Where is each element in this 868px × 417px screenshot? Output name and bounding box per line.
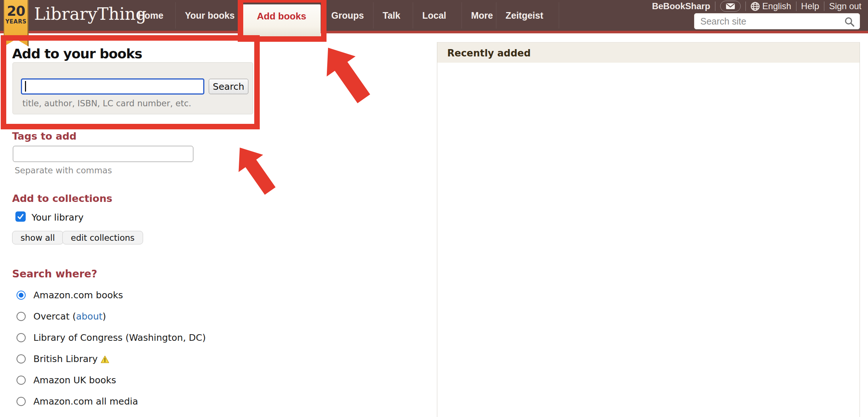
tags-hint-text: Separate with commas bbox=[15, 166, 112, 175]
nav-separator bbox=[175, 2, 176, 29]
ribbon-20-text: 20 bbox=[4, 4, 28, 18]
radio-row-british-library: British Library bbox=[17, 353, 109, 364]
radio-dot bbox=[19, 293, 23, 298]
radio-label-text: British Library bbox=[33, 354, 98, 364]
nav-item-talk[interactable]: Talk bbox=[380, 0, 403, 31]
add-books-search-panel: Search title, author, ISBN, LC card numb… bbox=[12, 62, 253, 114]
radio-label-text: Amazon UK books bbox=[33, 375, 116, 385]
radio-label-text: Overcat ( bbox=[33, 311, 76, 322]
envelope-icon bbox=[726, 3, 735, 10]
site-search-input[interactable] bbox=[700, 14, 840, 28]
radio-row-library-of-congress: Library of Congress (Washington, DC) bbox=[17, 332, 206, 343]
tags-heading: Tags to add bbox=[12, 130, 77, 142]
site-search-box bbox=[694, 13, 860, 29]
nav-tab-add-books-active[interactable]: Add books bbox=[242, 4, 321, 36]
your-library-checkbox[interactable] bbox=[15, 211, 26, 222]
annotation-arrow-to-search-panel bbox=[224, 138, 286, 200]
radio-row-amazon-books: Amazon.com books bbox=[17, 289, 123, 300]
nav-separator bbox=[373, 2, 373, 29]
recently-added-header: Recently added bbox=[437, 43, 860, 63]
collections-heading: Add to collections bbox=[12, 193, 112, 204]
radio-label-text: Library of Congress (Washington, DC) bbox=[33, 332, 206, 343]
globe-icon bbox=[751, 2, 760, 11]
nav-item-home[interactable]: Home bbox=[135, 0, 166, 31]
add-books-search-input[interactable] bbox=[21, 78, 204, 95]
page-title: Add to your books bbox=[12, 46, 142, 61]
topbar-separator bbox=[824, 1, 824, 11]
messages-button[interactable] bbox=[720, 1, 741, 12]
radio-row-overcat: Overcat (about) bbox=[17, 311, 106, 322]
radio-label-text: Amazon.com all media bbox=[33, 396, 138, 407]
nav-item-more[interactable]: More bbox=[468, 0, 496, 31]
20-years-ribbon: 20 YEARS bbox=[4, 0, 29, 47]
show-all-button[interactable]: show all bbox=[12, 231, 63, 244]
nav-tab-add-books-label: Add books bbox=[257, 11, 306, 22]
edit-collections-button[interactable]: edit collections bbox=[62, 231, 143, 244]
topbar-separator bbox=[796, 1, 796, 11]
search-where-heading: Search where? bbox=[12, 268, 97, 280]
warning-icon bbox=[101, 355, 109, 364]
your-library-label: Your library bbox=[32, 212, 84, 223]
nav-item-your-books[interactable]: Your books bbox=[182, 0, 238, 31]
radio-label-text: ) bbox=[102, 311, 106, 322]
language-switcher[interactable]: English bbox=[751, 1, 791, 11]
language-label: English bbox=[762, 1, 791, 11]
topbar-separator bbox=[715, 1, 715, 11]
user-strip: BeBookSharp English Help Sign out bbox=[652, 1, 861, 12]
text-caret bbox=[25, 81, 26, 92]
radio-unselected[interactable] bbox=[17, 333, 26, 342]
nav-separator bbox=[462, 2, 462, 29]
radio-label-text: Amazon.com books bbox=[33, 290, 123, 300]
checkmark-icon bbox=[17, 213, 25, 221]
search-button[interactable]: Search bbox=[209, 79, 248, 94]
username-link[interactable]: BeBookSharp bbox=[652, 1, 710, 11]
search-hint-text: title, author, ISBN, LC card number, etc… bbox=[22, 99, 191, 108]
radio-unselected[interactable] bbox=[17, 376, 26, 385]
recently-added-title: Recently added bbox=[447, 48, 531, 59]
search-icon[interactable] bbox=[844, 16, 855, 27]
nav-item-groups[interactable]: Groups bbox=[328, 0, 367, 31]
radio-row-amazon-uk: Amazon UK books bbox=[17, 374, 116, 385]
recently-added-panel: Recently added bbox=[437, 42, 860, 417]
nav-separator bbox=[413, 2, 413, 29]
navbar-bottom-stripe bbox=[0, 31, 868, 33]
nav-separator bbox=[559, 2, 559, 29]
topbar-separator bbox=[745, 1, 746, 11]
nav-item-local[interactable]: Local bbox=[419, 0, 449, 31]
sign-out-link[interactable]: Sign out bbox=[829, 1, 861, 11]
radio-selected[interactable] bbox=[17, 291, 26, 300]
annotation-arrow-to-add-books-tab bbox=[309, 37, 383, 110]
radio-unselected[interactable] bbox=[17, 312, 26, 321]
radio-unselected[interactable] bbox=[17, 354, 26, 364]
tags-input[interactable] bbox=[13, 146, 193, 162]
nav-separator bbox=[496, 2, 496, 29]
ribbon-years-text: YEARS bbox=[4, 18, 28, 25]
librarything-logo[interactable]: LibraryThing bbox=[34, 4, 146, 23]
about-link[interactable]: about bbox=[76, 311, 102, 322]
help-link[interactable]: Help bbox=[801, 1, 819, 11]
radio-row-amazon-all-media: Amazon.com all media bbox=[17, 396, 138, 407]
nav-item-zeitgeist[interactable]: Zeitgeist bbox=[503, 0, 546, 31]
radio-unselected[interactable] bbox=[17, 397, 26, 406]
